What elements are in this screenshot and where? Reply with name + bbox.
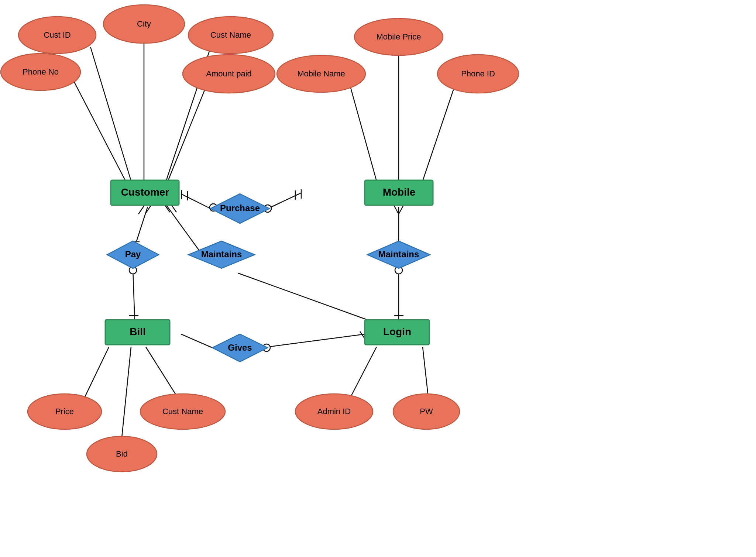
line-purchase-mobile	[269, 193, 301, 208]
line-customer-purchase	[181, 194, 210, 209]
attr-cust-id-label: Cust ID	[44, 30, 71, 39]
attr-mobile-price-label: Mobile Price	[376, 32, 421, 41]
line-login-pw	[423, 347, 428, 397]
attr-phone-id-label: Phone ID	[461, 69, 495, 78]
line-bill-bid	[122, 347, 131, 437]
attr-phone-no-label: Phone No	[23, 67, 59, 76]
line-bill-custname	[146, 347, 177, 397]
line-pay-bill	[133, 269, 135, 321]
svg-line-16	[399, 206, 403, 214]
entity-customer-label: Customer	[121, 186, 169, 198]
rel-maintains-right-label: Maintains	[378, 249, 419, 259]
attr-bid-label: Bid	[116, 449, 128, 458]
attr-cust-name-bill-label: Cust Name	[162, 407, 203, 416]
line-mobilename-mobile	[351, 88, 377, 181]
line-bill-gives	[181, 334, 212, 348]
line-gives-login	[268, 334, 365, 347]
line-phoneid-mobile	[423, 88, 454, 181]
svg-line-7	[138, 206, 144, 214]
entity-login-label: Login	[383, 326, 411, 337]
svg-line-15	[394, 206, 399, 214]
entity-bill-label: Bill	[130, 326, 146, 337]
line-customer-maintains	[166, 205, 203, 256]
attr-cust-name-label: Cust Name	[210, 30, 251, 39]
line-maintains-login	[238, 273, 371, 321]
line-phoneno-customer	[74, 81, 126, 181]
line-customer-pay	[137, 207, 148, 241]
rel-gives-label: Gives	[228, 343, 252, 353]
line-custid-customer	[90, 47, 131, 181]
er-diagram: Customer Mobile Bill Login Purchase Pay …	[0, 0, 756, 557]
attr-admin-id-label: Admin ID	[317, 407, 351, 416]
rel-maintains-left-label: Maintains	[201, 249, 242, 259]
attr-price-label: Price	[55, 407, 74, 416]
line-amountpaid-customer	[168, 85, 207, 181]
line-login-adminid	[351, 347, 377, 397]
line-bill-price	[85, 347, 109, 397]
entity-mobile-label: Mobile	[383, 186, 416, 198]
attr-pw-label: PW	[420, 407, 433, 416]
rel-purchase-label: Purchase	[220, 203, 260, 213]
rel-pay-label: Pay	[125, 249, 141, 259]
attr-mobile-name-label: Mobile Name	[297, 69, 345, 78]
attr-amount-paid-label: Amount paid	[206, 69, 252, 78]
attr-city-label: City	[137, 19, 151, 28]
